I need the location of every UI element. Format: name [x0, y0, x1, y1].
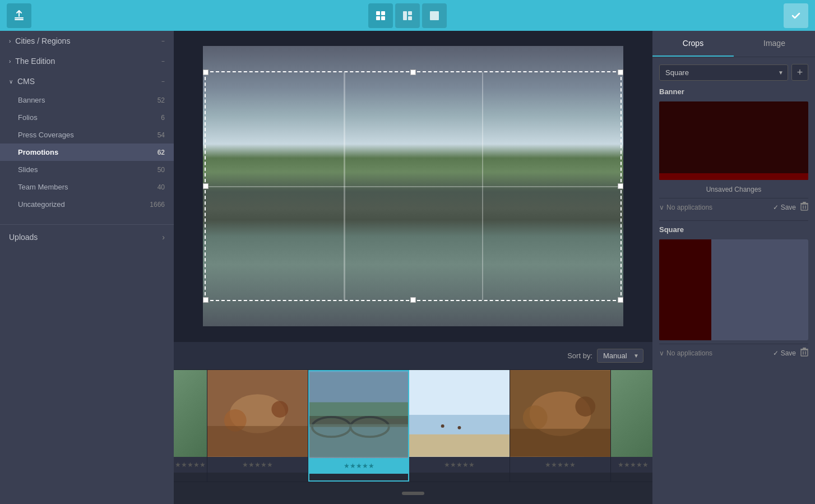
filmstrip-item-2[interactable]: ★★★★★ — [207, 370, 308, 482]
filmstrip-stars-1: ★★★★★ — [174, 457, 207, 473]
sub-item-count: 1666 — [150, 201, 165, 209]
sub-item-count: 54 — [158, 131, 165, 139]
upload-button[interactable] — [7, 3, 31, 28]
filmstrip-item-5[interactable]: ★★★★★ — [510, 370, 611, 482]
panel-select-wrapper: Square Banner Portrait ▼ — [659, 64, 788, 81]
banner-delete-button[interactable] — [800, 202, 808, 212]
save-row: ✓ Save — [773, 202, 808, 212]
panel-tabs: Crops Image — [652, 31, 815, 57]
section-divider — [659, 220, 808, 221]
thumb-partial-icon — [174, 370, 207, 457]
split-view-button[interactable] — [395, 3, 420, 28]
uploads-label: Uploads — [9, 233, 38, 242]
square-save-button[interactable]: ✓ Save — [773, 349, 796, 357]
square-save-row: ✓ Save — [773, 348, 808, 358]
filmstrip-item-3[interactable]: ★★★★★ — [308, 370, 409, 482]
filmstrip-bar: Sort by: Manual Date Name ▼ — [174, 341, 652, 369]
sort-wrapper: Manual Date Name ▼ — [597, 349, 643, 363]
sidebar-item-press-coverages[interactable]: Press Coverages 54 — [0, 126, 174, 144]
filmstrip-item-4[interactable]: ★★★★★ — [409, 370, 510, 482]
svg-rect-2 — [376, 11, 380, 15]
filmstrip-item-1[interactable]: ★★★★★ — [174, 370, 207, 482]
svg-rect-36 — [803, 202, 806, 203]
sub-item-count: 62 — [158, 149, 165, 156]
svg-rect-3 — [381, 11, 385, 15]
sidebar-label-cms: CMS — [17, 77, 35, 86]
svg-rect-35 — [800, 203, 808, 204]
sidebar-item-promotions[interactable]: Promotions 62 — [0, 144, 174, 161]
sidebar: › Cities / Regions − › The Edition − ∨ C… — [0, 31, 174, 504]
filmstrip-item-6[interactable]: ★★★★★ — [611, 370, 652, 482]
check-icon-sq: ✓ — [773, 349, 779, 357]
svg-rect-33 — [510, 429, 610, 457]
sort-select[interactable]: Manual Date Name — [597, 349, 643, 363]
sort-label: Sort by: — [567, 352, 592, 360]
bottom-section: Sort by: Manual Date Name ▼ ★★★★★ — [174, 341, 652, 504]
grid-view-button[interactable] — [368, 3, 393, 28]
sub-item-label: Press Coverages — [18, 131, 74, 139]
sidebar-label-the-edition: The Edition — [15, 57, 55, 66]
crop-type-select[interactable]: Square Banner Portrait — [659, 64, 788, 81]
sidebar-item-cms[interactable]: ∨ CMS − — [0, 71, 174, 91]
filmstrip: ★★★★★ ★★★★★ — [174, 369, 652, 482]
minus-icon: − — [161, 38, 165, 44]
square-no-applications-label: ∨ No applications — [659, 349, 712, 357]
svg-rect-8 — [408, 16, 412, 20]
image-canvas — [203, 46, 623, 326]
svg-rect-39 — [803, 348, 806, 349]
top-bar — [0, 0, 815, 31]
chevron-down-small-icon: ∨ — [659, 204, 664, 211]
svg-rect-16 — [309, 372, 408, 405]
sidebar-item-team-members[interactable]: Team Members 40 — [0, 178, 174, 196]
svg-rect-9 — [430, 11, 439, 20]
right-panel: Crops Image Square Banner Portrait ▼ + — [652, 31, 815, 504]
no-applications-label: ∨ No applications — [659, 204, 712, 211]
filmstrip-stars-6: ★★★★★ — [611, 457, 652, 473]
svg-point-32 — [575, 396, 595, 417]
filmstrip-stars-2: ★★★★★ — [207, 457, 308, 473]
sidebar-item-the-edition[interactable]: › The Edition − — [0, 51, 174, 71]
sidebar-item-slides[interactable]: Slides 50 — [0, 161, 174, 178]
square-status-row: ∨ No applications ✓ Save — [659, 344, 808, 362]
sidebar-item-cities-regions[interactable]: › Cities / Regions − — [0, 31, 174, 51]
square-delete-button[interactable] — [800, 348, 808, 358]
sub-item-count: 50 — [158, 166, 165, 174]
sidebar-label-cities-regions: Cities / Regions — [15, 36, 70, 45]
chevron-down-icon-cms: ∨ — [9, 78, 13, 85]
unsaved-changes-label: Unsaved Changes — [659, 183, 808, 198]
svg-point-27 — [441, 424, 444, 428]
sub-item-count: 52 — [158, 96, 165, 104]
sub-item-label: Folios — [18, 113, 38, 122]
banner-crop-preview — [659, 101, 808, 180]
filmstrip-stars-3: ★★★★★ — [309, 458, 408, 474]
banner-save-button[interactable]: ✓ Save — [773, 204, 796, 211]
thumb-bridge-icon — [309, 371, 408, 458]
square-crop-section: Square ∨ No applications ✓ Save — [659, 225, 808, 362]
uploads-row[interactable]: Uploads › — [0, 225, 174, 249]
sub-item-label: Slides — [18, 165, 38, 174]
svg-rect-5 — [381, 16, 385, 20]
sidebar-item-folios[interactable]: Folios 6 — [0, 109, 174, 126]
sub-item-label: Team Members — [18, 183, 68, 191]
sidebar-item-banners[interactable]: Banners 52 — [0, 91, 174, 109]
single-view-button[interactable] — [422, 3, 447, 28]
tab-crops[interactable]: Crops — [652, 31, 734, 57]
panel-dropdown-section: Square Banner Portrait ▼ + Banner Unsave — [652, 57, 815, 368]
content-area: Sort by: Manual Date Name ▼ ★★★★★ — [174, 31, 652, 504]
add-crop-button[interactable]: + — [791, 64, 808, 81]
banner-section-title: Banner — [659, 87, 808, 96]
tab-image[interactable]: Image — [734, 31, 815, 57]
sidebar-item-uncategorized[interactable]: Uncategorized 1666 — [0, 196, 174, 213]
sub-item-label: Promotions — [18, 148, 58, 156]
svg-rect-7 — [408, 11, 412, 15]
main-layout: › Cities / Regions − › The Edition − ∨ C… — [0, 31, 815, 504]
filmstrip-stars-5: ★★★★★ — [510, 457, 610, 473]
svg-point-31 — [523, 405, 548, 430]
chevron-down-small-icon-sq: ∨ — [659, 349, 664, 357]
svg-rect-6 — [403, 11, 407, 20]
sub-item-label: Banners — [18, 96, 45, 104]
svg-rect-38 — [800, 349, 808, 350]
square-section-title: Square — [659, 225, 808, 234]
confirm-button[interactable] — [784, 3, 808, 28]
filmstrip-stars-4: ★★★★★ — [409, 457, 510, 473]
